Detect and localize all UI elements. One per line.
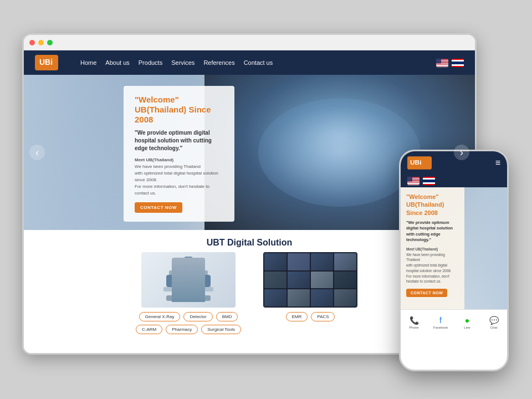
tag-carm[interactable]: C-ARM — [136, 325, 162, 334]
mobile-hero-content: "Welcome" UB(Thailand) Since 2008 "We pr… — [401, 187, 464, 309]
hero-next-arrow[interactable]: › — [454, 145, 469, 160]
section-title: UBT Digital Solution — [207, 230, 293, 252]
tag-bmd[interactable]: BMD — [216, 312, 238, 321]
svg-text:UBi: UBi — [410, 158, 421, 166]
pacs-cell-10 — [288, 289, 310, 306]
tag-pacs[interactable]: PACS — [311, 312, 335, 321]
tag-surgical-tools[interactable]: Surgical Tools — [201, 325, 241, 334]
scene: UBi Home About us Products Services Refe… — [0, 0, 532, 399]
svg-rect-2 — [185, 257, 192, 287]
product-card-xray: General X-Ray Detector BMD C-ARM Pharmac… — [133, 252, 244, 334]
svg-text:UBi: UBi — [39, 58, 53, 66]
pacs-cell-8 — [334, 272, 356, 289]
pacs-cell-6 — [288, 272, 310, 289]
tag-detector[interactable]: Detector — [183, 312, 212, 321]
mobile-nav-line[interactable]: ● Line — [454, 310, 480, 335]
mobile-welcome-text: "Welcome" UB(Thailand) Since 2008 — [406, 193, 459, 217]
hero-tagline: "We provide optimum digital hospital sol… — [135, 129, 223, 152]
mobile-body-line1: We have been providing Thailand — [406, 253, 445, 262]
svg-rect-6 — [163, 287, 213, 291]
pacs-cell-1 — [264, 253, 287, 270]
pacs-cell-7 — [311, 272, 333, 289]
mobile-nav-phone-label: Phone — [409, 326, 418, 329]
mobile-body-line3: For more information, don't hesitate to … — [406, 274, 449, 284]
mobile-hero-section: "Welcome" UB(Thailand) Since 2008 "We pr… — [401, 187, 507, 309]
svg-rect-5 — [166, 275, 211, 287]
line-icon: ● — [465, 316, 469, 325]
nav-about[interactable]: About us — [105, 59, 129, 66]
hero-body-line4: For more information, don't hesitate to — [135, 184, 209, 189]
pacs-cell-2 — [288, 253, 310, 270]
svg-rect-4 — [169, 270, 208, 276]
mobile-body-text: Meet UB(Thailand) We have been providing… — [406, 247, 459, 284]
pacs-cell-12 — [334, 289, 356, 306]
chrome-minimize[interactable] — [38, 40, 44, 45]
mobile-flag-th[interactable] — [423, 177, 435, 185]
tag-emr[interactable]: EMR — [286, 312, 308, 321]
hero-body-line3: since 2008. — [135, 177, 157, 182]
xray-machine-image — [141, 252, 236, 308]
nav-flags — [436, 59, 464, 67]
tag-general-xray[interactable]: General X-Ray — [139, 312, 181, 321]
hero-welcome-text: "Welcome" UB(Thailand) Since 2008 — [135, 95, 223, 125]
pacs-cell-9 — [264, 289, 287, 306]
pacs-cell-4 — [334, 253, 356, 270]
mobile-bottom-nav: 📞 Phone f Facebook ● Line 💬 Chat — [401, 309, 507, 335]
browser-chrome — [24, 35, 475, 50]
pacs-tags: EMR PACS — [286, 312, 335, 321]
mobile-cta-button[interactable]: CONTACT NOW — [406, 289, 447, 297]
mobile-body-title: Meet UB(Thailand) — [406, 247, 438, 251]
xray-machine-svg — [152, 254, 224, 306]
nav-products[interactable]: Products — [139, 59, 162, 66]
hero-cta-button[interactable]: CONTACT NOW — [135, 202, 182, 213]
svg-rect-3 — [166, 295, 211, 301]
logo[interactable]: UBi — [35, 55, 58, 70]
mobile-nav-line-label: Line — [464, 326, 470, 329]
pacs-grid-image — [263, 252, 357, 308]
pacs-cell-3 — [311, 253, 333, 270]
hero-body: Meet UB(Thailand) We have been providing… — [135, 157, 223, 197]
chrome-close[interactable] — [29, 40, 35, 45]
xray-tags: General X-Ray Detector BMD C-ARM Pharmac… — [133, 312, 244, 334]
mobile-logo-icon: UBi — [407, 156, 432, 170]
hero-body-title: Meet UB(Thailand) — [135, 157, 173, 162]
product-card-pacs: EMR PACS — [255, 252, 366, 334]
mobile-tagline: "We provide optimum digital hospital sol… — [406, 220, 459, 243]
mobile-flags — [401, 175, 507, 187]
logo-icon: UBi — [35, 55, 58, 70]
mobile-nav-facebook-label: Facebook — [433, 326, 448, 329]
mobile-nav-chat[interactable]: 💬 Chat — [480, 310, 507, 335]
hero-content-box: "Welcome" UB(Thailand) Since 2008 "We pr… — [124, 86, 234, 222]
pacs-cell-11 — [311, 289, 333, 306]
hamburger-icon[interactable]: ≡ — [495, 158, 500, 168]
nav-links: Home About us Products Services Referenc… — [80, 59, 273, 66]
nav-home[interactable]: Home — [80, 59, 96, 66]
mobile-nav-facebook[interactable]: f Facebook — [427, 310, 454, 335]
hero-body-line2: with optimized total digital hospital so… — [135, 171, 218, 176]
phone-icon: 📞 — [410, 316, 419, 325]
mobile-body-line2: with optimized total digital hospital so… — [406, 263, 452, 273]
nav-contact[interactable]: Contact us — [244, 59, 273, 66]
mobile-flag-us[interactable] — [407, 177, 420, 185]
desktop-navbar: UBi Home About us Products Services Refe… — [24, 50, 475, 75]
hero-body-line5: contact us. — [135, 191, 156, 196]
facebook-icon: f — [439, 316, 442, 325]
hero-body-line1: We have been providing Thailand — [135, 164, 201, 169]
nav-services[interactable]: Services — [171, 59, 195, 66]
chat-icon: 💬 — [489, 316, 499, 325]
hero-prev-arrow[interactable]: ‹ — [29, 145, 45, 160]
mobile-site: UBi ≡ "Welcome" UB(Thailand) Since 2008 … — [401, 151, 507, 370]
mobile-nav-chat-label: Chat — [490, 326, 498, 329]
chrome-maximize[interactable] — [47, 40, 53, 45]
flag-th[interactable] — [452, 59, 464, 67]
mobile-mockup: UBi ≡ "Welcome" UB(Thailand) Since 2008 … — [399, 150, 509, 371]
tag-pharmacy[interactable]: Pharmacy — [166, 325, 198, 334]
mobile-nav-phone[interactable]: 📞 Phone — [401, 310, 427, 335]
nav-references[interactable]: References — [203, 59, 234, 66]
flag-us[interactable] — [436, 59, 448, 67]
pacs-cell-5 — [264, 272, 287, 289]
